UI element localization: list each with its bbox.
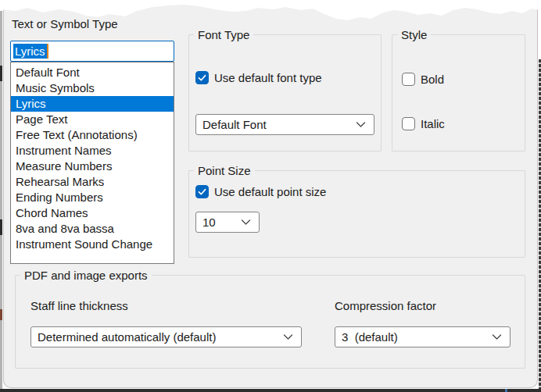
- use-default-font-checkbox[interactable]: Use default font type: [195, 71, 322, 84]
- checkbox-box[interactable]: [402, 73, 415, 86]
- staff-line-thickness-value: Determined automatically (default): [38, 330, 216, 344]
- checkbox-box[interactable]: [195, 185, 209, 198]
- input-selected-text: Lyrics: [13, 44, 47, 59]
- left-edge-mark: [0, 309, 2, 320]
- chevron-down-icon: [492, 333, 502, 340]
- use-default-point-size-label: Use default point size: [214, 185, 326, 198]
- font-type-dropdown[interactable]: Default Font: [195, 114, 374, 135]
- symbol-type-label: Text or Symbol Type: [12, 17, 118, 31]
- list-item[interactable]: Instrument Names: [11, 143, 174, 159]
- preferences-dialog: Text or Symbol Type Lyrics Default FontM…: [3, 0, 538, 388]
- font-type-dropdown-value: Default Font: [202, 118, 267, 131]
- pdf-exports-group: PDF and image exports Staff line thickne…: [15, 275, 525, 369]
- font-type-group: Font Type Use default font type Default …: [188, 34, 382, 151]
- list-item[interactable]: 8va and 8va bassa: [11, 221, 174, 237]
- staff-line-thickness-label: Staff line thickness: [30, 299, 128, 313]
- left-edge-mark: [0, 219, 2, 235]
- compression-factor-dropdown[interactable]: 3 (default): [335, 326, 511, 347]
- checkmark-icon: [197, 187, 207, 197]
- chevron-down-icon: [356, 121, 366, 128]
- list-item[interactable]: Ending Numbers: [11, 190, 174, 205]
- style-group: Style Bold Italic: [392, 34, 525, 151]
- italic-label: Italic: [421, 117, 445, 130]
- text-caret: [47, 44, 48, 59]
- point-size-group-title: Point Size: [194, 164, 255, 177]
- symbol-type-list[interactable]: Default FontMusic SymbolsLyricsPage Text…: [10, 62, 174, 264]
- style-group-title: Style: [397, 28, 431, 41]
- use-default-font-label: Use default font type: [214, 71, 322, 84]
- bold-checkbox[interactable]: Bold: [402, 73, 444, 86]
- font-type-group-title: Font Type: [194, 28, 253, 41]
- list-item[interactable]: Measure Numbers: [11, 159, 174, 174]
- list-item[interactable]: Rehearsal Marks: [11, 174, 174, 190]
- list-item[interactable]: Free Text (Annotations): [11, 127, 174, 143]
- pdf-exports-group-title: PDF and image exports: [20, 269, 152, 282]
- window-bottom-edge: [0, 389, 541, 392]
- checkbox-box[interactable]: [402, 117, 415, 130]
- checkbox-box[interactable]: [195, 71, 209, 84]
- list-item[interactable]: Chord Names: [11, 205, 174, 221]
- list-item[interactable]: Instrument Sound Change: [11, 237, 174, 252]
- compression-factor-value: 3 (default): [342, 330, 398, 344]
- point-size-dropdown-value: 10: [202, 216, 216, 229]
- italic-checkbox[interactable]: Italic: [402, 117, 445, 130]
- staff-line-thickness-dropdown[interactable]: Determined automatically (default): [30, 326, 302, 347]
- list-item[interactable]: Lyrics: [11, 96, 174, 112]
- use-default-point-size-checkbox[interactable]: Use default point size: [195, 185, 326, 198]
- compression-factor-label: Compression factor: [335, 299, 436, 313]
- list-item[interactable]: Default Font: [11, 65, 174, 80]
- symbol-type-input[interactable]: Lyrics: [10, 41, 174, 62]
- checkmark-icon: [197, 73, 207, 83]
- list-item[interactable]: Page Text: [11, 112, 174, 127]
- bold-label: Bold: [421, 73, 444, 86]
- chevron-down-icon: [283, 333, 293, 340]
- list-item[interactable]: Music Symbols: [11, 80, 174, 96]
- point-size-dropdown[interactable]: 10: [195, 212, 260, 233]
- left-edge-mark: [0, 66, 2, 81]
- point-size-group: Point Size Use default point size 10: [188, 170, 525, 258]
- chevron-down-icon: [241, 219, 251, 226]
- bottom-edge-accent: [505, 389, 507, 392]
